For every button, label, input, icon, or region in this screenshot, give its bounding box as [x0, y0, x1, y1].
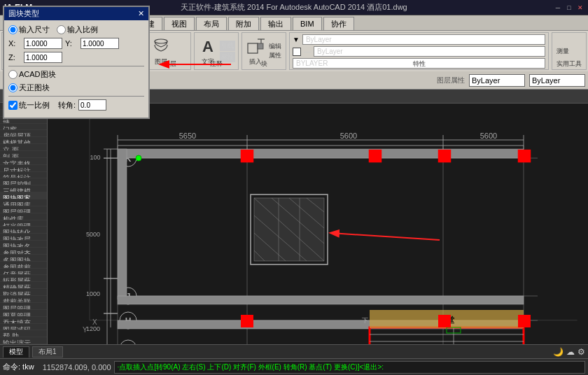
tab-collaborate[interactable]: 协作 [323, 17, 354, 30]
sidebar-item-mask-cancel[interactable]: 取消屏蔽 [0, 289, 47, 296]
sidebar-item-multiblock[interactable]: 多图图块 [0, 255, 47, 262]
sidebar-item-screen-mgr[interactable]: 图幕管理 [0, 310, 47, 317]
svg-rect-61 [369, 150, 382, 162]
sidebar-item-block-rename[interactable]: 图块改名 [0, 241, 47, 248]
y-input[interactable] [80, 38, 119, 49]
sidebar-item-ref-clip[interactable]: 参照裁剪 [0, 262, 47, 269]
sidebar-item-mask-rect[interactable]: 矩形屏蔽 [0, 275, 47, 282]
acad-block-radio[interactable]: ACAD图块 [8, 69, 56, 80]
y-label: Y: [65, 39, 78, 48]
layer-name-display[interactable]: ByLayer [302, 34, 545, 45]
sidebar-item-tree-fill[interactable]: 乔木填充 [0, 317, 47, 324]
sidebar-item-3d[interactable]: 三维建模 [0, 185, 47, 192]
linetype-display[interactable]: ByLayer [314, 46, 545, 57]
tab-layout1[interactable]: 布局1 [32, 346, 63, 358]
command-line-display: ·点取插入点[转90(A) 左右(S) 上下(D) 对齐(F) 外框(E) 转角… [114, 361, 586, 374]
svg-point-10 [155, 39, 167, 43]
sidebar-item-door[interactable]: 门窗 [0, 124, 47, 131]
dim-5600-right: 5600 [480, 132, 497, 140]
rotate-input[interactable] [78, 99, 106, 111]
sidebar-item-light[interactable]: 灯光管理 [0, 220, 47, 227]
svg-text:5000: 5000 [86, 231, 100, 238]
scale-radio[interactable]: 输入比例 [57, 24, 98, 35]
dialog-title-text: 圆块类型 [8, 8, 39, 19]
x-label: X: [8, 39, 21, 48]
sidebar-item-layer-reduce[interactable]: 图层减码 [0, 324, 47, 331]
minimize-button[interactable]: ─ [553, 3, 563, 13]
sidebar-item-layer-ctrl[interactable]: 图层控制 [0, 178, 47, 185]
tab-extra[interactable]: 附加 [228, 17, 259, 30]
close-button[interactable]: ✕ [575, 3, 585, 13]
maximize-button[interactable]: □ [564, 3, 574, 13]
dimension-btn[interactable]: 引线 [220, 41, 235, 51]
svg-rect-60 [241, 150, 253, 162]
tab-output[interactable]: 输出 [260, 17, 291, 30]
svg-text:1200: 1200 [86, 325, 100, 332]
measure-btn[interactable]: 测量 [555, 45, 570, 57]
svg-rect-58 [247, 149, 443, 158]
moon-icon[interactable]: 🌙 [553, 347, 564, 357]
prop-bylayer1[interactable]: ByLayer [469, 74, 525, 87]
svg-text:1000: 1000 [86, 290, 100, 297]
sidebar-item-block-convert[interactable]: 图块转化 [0, 227, 47, 234]
rotate-label: 转角: [58, 100, 76, 111]
svg-point-80 [136, 155, 141, 161]
cad-drawing-canvas[interactable]: Y X 5650 5600 5600 100 [48, 104, 588, 344]
tab-model[interactable]: 模型 [3, 346, 29, 358]
color-swatch [293, 48, 301, 56]
sidebar-item-layer-mgr2[interactable]: 图层管理 [0, 303, 47, 310]
sidebar-item-room[interactable]: 房间屋顶 [0, 130, 47, 137]
edit-block-btn[interactable]: 编辑属性 [267, 41, 283, 62]
main-layout: 天正... 设 置 轴网柱子 墙 门窗 房间屋顶 楼梯其他 立 面 剖 面 文字… [0, 90, 588, 344]
svg-rect-14 [258, 43, 263, 49]
block-edit-dialog: 圆块类型 ✕ 输入尺寸 输入比例 X: Y: Z: [3, 6, 150, 119]
sidebar-item-block[interactable]: 图块图案 [0, 192, 47, 199]
dim-5600-mid: 5600 [340, 132, 357, 140]
sidebar-item-output[interactable]: 输出演示 [0, 337, 47, 344]
sidebar-item-mask-free[interactable]: 任意屏蔽 [0, 269, 47, 276]
svg-rect-64 [118, 149, 127, 299]
svg-rect-95 [518, 315, 531, 327]
tab-bim[interactable]: BIM [293, 17, 322, 30]
settings-icon[interactable]: ⚙ [578, 347, 585, 357]
dialog-title-bar[interactable]: 圆块类型 ✕ [4, 7, 148, 20]
cloud-icon[interactable]: ☁ [566, 347, 575, 357]
z-label: Z: [8, 53, 21, 62]
sidebar-item-text[interactable]: 文字表格 [0, 158, 47, 165]
sidebar-item-block-layer[interactable]: 图块改层 [0, 234, 47, 241]
dialog-close-btn[interactable]: ✕ [138, 9, 144, 18]
sidebar-item-clip-assoc[interactable]: 裁剪关联 [0, 296, 47, 303]
input-size-radio[interactable]: 输入尺寸 [8, 24, 50, 35]
canvas-area[interactable]: [俯视图]二楼结构图 Y X 5650 5600 [48, 90, 588, 344]
tab-layout[interactable]: 布局 [196, 17, 227, 30]
sidebar-item-section[interactable]: 剖 面 [0, 151, 47, 158]
prop-bylayer2[interactable]: ByLayer [529, 74, 585, 87]
sidebar-item-ref-align[interactable]: 参照对齐 [0, 248, 47, 255]
sidebar-item-layer-mgr[interactable]: 图层管理 [0, 206, 47, 213]
down-label-1: 下 [362, 317, 368, 324]
svg-rect-65 [118, 296, 524, 304]
sidebar-item-library[interactable]: 通用图库 [0, 199, 47, 206]
svg-text:100: 100 [90, 154, 100, 161]
sidebar-item-help[interactable]: 帮 助 [0, 330, 47, 337]
sidebar-item-symbol[interactable]: 符号标注 [0, 172, 47, 179]
sidebar-item-dim[interactable]: 尺寸标注 [0, 165, 47, 172]
uniform-scale-checkbox[interactable]: 统一比例 [8, 100, 50, 111]
color-label: — [304, 48, 311, 55]
sidebar-item-elevation[interactable]: 立 面 [0, 144, 47, 151]
svg-rect-94 [438, 315, 451, 327]
window-controls: ─ □ ✕ [553, 3, 585, 13]
sidebar-item-mask-precise[interactable]: 精确屏蔽 [0, 282, 47, 289]
svg-rect-93 [241, 315, 253, 327]
sidebar-item-component[interactable]: 构件库 [0, 213, 47, 220]
dim-5650: 5650 [179, 132, 196, 140]
tab-view[interactable]: 视图 [164, 17, 195, 30]
sidebar-item-stairs[interactable]: 楼梯其他 [0, 137, 47, 144]
no-block-radio[interactable]: 天正图块 [8, 83, 50, 93]
layer-indicator: ▼ [293, 36, 300, 43]
svg-rect-63 [518, 150, 531, 162]
window-title: 天正软件-建筑系统 2014 For Autodesk AutoCAD 2014… [181, 2, 407, 13]
prop-layer-label: 图层属性 [437, 76, 465, 85]
z-input[interactable] [24, 52, 62, 63]
x-input[interactable] [24, 38, 62, 49]
